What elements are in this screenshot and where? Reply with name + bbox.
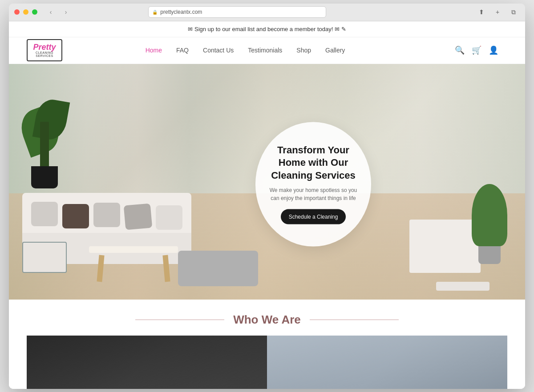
section-header: Who We Are — [27, 313, 507, 327]
schedule-button[interactable]: Schedule a Cleaning — [281, 209, 346, 224]
who-we-are-title: Who We Are — [233, 313, 301, 327]
section-line-right — [310, 320, 399, 320]
website-content: ✉ Sign up to our email list and become a… — [9, 21, 525, 389]
browser-actions: ⬆ + ⧉ — [475, 7, 520, 17]
account-button[interactable]: 👤 — [489, 45, 498, 55]
hero-section: Transform Your Home with Our Cleaning Se… — [9, 64, 525, 300]
who-image-inner-2 — [267, 336, 507, 389]
cushion — [93, 203, 120, 227]
nav-link-faq[interactable]: FAQ — [176, 47, 189, 54]
cart-button[interactable]: 🛒 — [472, 45, 481, 55]
plant-right — [467, 184, 512, 264]
forward-button[interactable]: › — [60, 7, 72, 17]
nav-link-testimonials[interactable]: Testimonials — [248, 47, 282, 54]
cart-icon: 🛒 — [472, 46, 481, 55]
who-we-are-section: Who We Are — [9, 300, 525, 389]
nav-item-faq[interactable]: FAQ — [176, 46, 189, 54]
plant-left — [18, 100, 71, 188]
maximize-button[interactable] — [32, 9, 37, 15]
nav-item-shop[interactable]: Shop — [296, 46, 311, 54]
url-text: prettycleantx.com — [160, 9, 202, 15]
leaf — [32, 97, 70, 142]
banner-text: ✉ Sign up to our email list and become a… — [188, 26, 346, 32]
back-button[interactable]: ‹ — [44, 7, 57, 17]
nav-link-shop[interactable]: Shop — [296, 47, 311, 54]
nav-buttons: ‹ › — [44, 7, 72, 17]
share-button[interactable]: ⬆ — [475, 7, 488, 17]
browser-titlebar: ‹ › 🔒 prettycleantx.com ⬆ + ⧉ — [9, 4, 525, 21]
address-bar[interactable]: 🔒 prettycleantx.com — [148, 6, 326, 18]
ottoman — [178, 251, 258, 286]
leaves — [472, 184, 507, 246]
pot — [31, 166, 58, 188]
nav-item-gallery[interactable]: Gallery — [325, 46, 345, 54]
search-button[interactable]: 🔍 — [455, 45, 465, 55]
minimize-button[interactable] — [23, 9, 28, 15]
table-leg — [97, 255, 104, 282]
navbar: Pretty CLEANING SERVICES Home FAQ Contac… — [9, 37, 525, 64]
dining-bench — [436, 282, 490, 291]
who-images — [27, 336, 507, 389]
who-image-2 — [267, 336, 507, 389]
new-tab-button[interactable]: + — [491, 7, 504, 17]
table-top — [89, 246, 178, 253]
cushion — [62, 204, 89, 228]
logo-cleaning: CLEANING — [36, 51, 53, 54]
nav-link-contact[interactable]: Contact Us — [203, 47, 234, 54]
who-image-1 — [27, 336, 267, 389]
cushion — [124, 203, 153, 230]
logo-services: SERVICES — [36, 54, 53, 57]
nav-item-home[interactable]: Home — [146, 46, 162, 54]
logo-box: Pretty CLEANING SERVICES — [27, 39, 62, 61]
hero-title: Transform Your Home with Our Cleaning Se… — [267, 144, 360, 182]
hero-bubble: Transform Your Home with Our Cleaning Se… — [255, 122, 371, 246]
coffee-table — [89, 246, 178, 282]
sidebar-button[interactable]: ⧉ — [507, 7, 520, 17]
logo[interactable]: Pretty CLEANING SERVICES — [27, 39, 62, 61]
section-line-left — [135, 320, 224, 320]
close-button[interactable] — [14, 9, 20, 15]
browser-window: ‹ › 🔒 prettycleantx.com ⬆ + ⧉ ✉ Sign up … — [9, 4, 525, 389]
pillow — [22, 242, 67, 273]
hero-subtitle: We make your home spotless so you can en… — [267, 186, 360, 202]
lock-icon: 🔒 — [152, 10, 158, 15]
nav-link-gallery[interactable]: Gallery — [325, 47, 345, 54]
logo-pretty: Pretty — [33, 43, 56, 51]
top-banner: ✉ Sign up to our email list and become a… — [9, 21, 525, 37]
cushion — [156, 205, 182, 230]
nav-item-contact[interactable]: Contact Us — [203, 46, 234, 54]
table-leg — [162, 255, 170, 282]
pot — [478, 246, 501, 264]
nav-icons: 🔍 🛒 👤 — [455, 45, 498, 55]
user-icon: 👤 — [489, 46, 498, 55]
who-image-inner-1 — [27, 336, 267, 389]
nav-item-testimonials[interactable]: Testimonials — [248, 46, 282, 54]
search-icon: 🔍 — [455, 46, 465, 55]
nav-links: Home FAQ Contact Us Testimonials Shop Ga… — [146, 46, 345, 54]
cushion — [31, 202, 58, 226]
nav-link-home[interactable]: Home — [146, 47, 162, 54]
